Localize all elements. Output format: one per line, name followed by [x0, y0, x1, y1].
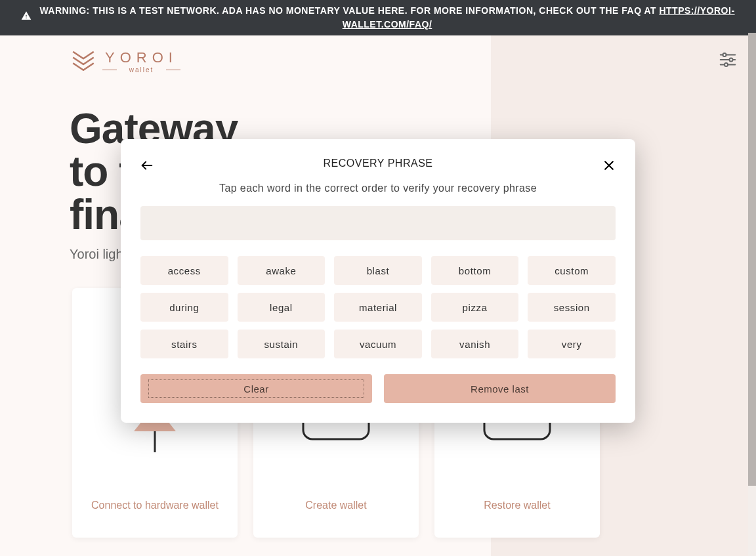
- word-chip-custom[interactable]: custom: [528, 256, 616, 285]
- modal-instruction: Tap each word in the correct order to ve…: [140, 182, 616, 194]
- word-chip-material[interactable]: material: [334, 293, 422, 322]
- word-chip-session[interactable]: session: [528, 293, 616, 322]
- word-chip-legal[interactable]: legal: [238, 293, 326, 322]
- word-grid: accessawakeblastbottomcustomduringlegalm…: [140, 256, 616, 358]
- word-chip-awake[interactable]: awake: [238, 256, 326, 285]
- word-chip-vanish[interactable]: vanish: [431, 330, 519, 358]
- recovery-phrase-modal: RECOVERY PHRASE Tap each word in the cor…: [121, 139, 635, 423]
- word-chip-during[interactable]: during: [140, 293, 228, 322]
- modal-overlay: RECOVERY PHRASE Tap each word in the cor…: [0, 0, 756, 556]
- word-chip-bottom[interactable]: bottom: [431, 256, 519, 285]
- close-button[interactable]: [600, 156, 618, 175]
- word-chip-sustain[interactable]: sustain: [238, 330, 326, 358]
- word-chip-stairs[interactable]: stairs: [140, 330, 228, 358]
- clear-button[interactable]: Clear: [140, 374, 372, 403]
- back-button[interactable]: [138, 156, 156, 175]
- modal-title: RECOVERY PHRASE: [140, 158, 616, 169]
- recovery-phrase-input[interactable]: [140, 206, 616, 240]
- remove-last-button[interactable]: Remove last: [384, 374, 616, 403]
- word-chip-blast[interactable]: blast: [334, 256, 422, 285]
- word-chip-vacuum[interactable]: vacuum: [334, 330, 422, 358]
- word-chip-access[interactable]: access: [140, 256, 228, 285]
- word-chip-very[interactable]: very: [528, 330, 616, 358]
- word-chip-pizza[interactable]: pizza: [431, 293, 519, 322]
